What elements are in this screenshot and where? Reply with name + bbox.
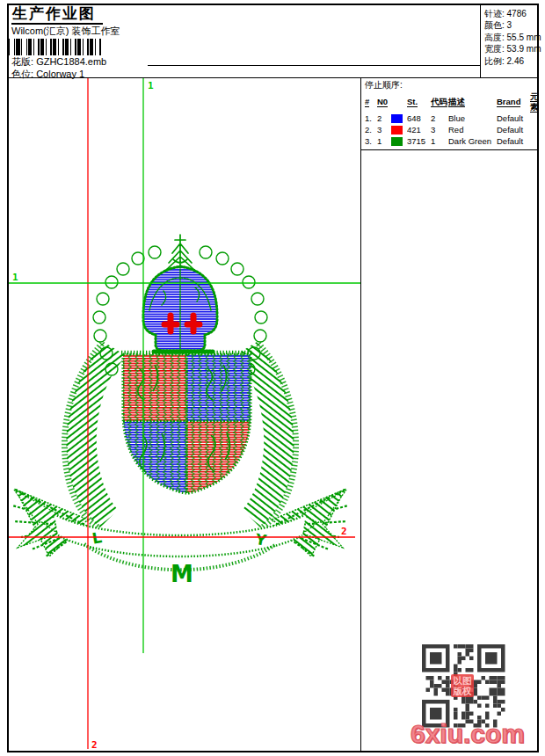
right-panel: 停止顺序: # N0 St. 代码 描述 Brand 元素 — [360, 78, 537, 751]
thread-color-swatch — [391, 137, 403, 146]
stop-sequence-title: 停止顺序: — [365, 80, 536, 91]
stat-colors: 颜色: 3 — [484, 19, 537, 31]
blank-fill-line — [148, 65, 481, 66]
pattern-value: GZHC1884.emb — [36, 56, 106, 67]
design-preview-area: L Y M 1 1 2 2 — [9, 78, 360, 751]
design-stats-panel: 针迹: 4786 颜色: 3 高度: 55.5 mm 宽度: 53.9 mm 比… — [480, 5, 537, 77]
guide-start-label-left: 1 — [12, 272, 18, 283]
crest-ribbon: L Y M — [14, 490, 346, 587]
worksheet-body: L Y M 1 1 2 2 停止顺序: — [9, 78, 537, 751]
table-row: 2. 3 421 3 Red Default — [365, 124, 537, 135]
design-info-block: 生产作业图 Wilcom(汇京) 装饰工作室 花版: GZHC1884.emb … — [9, 5, 130, 80]
thread-color-swatch — [391, 126, 403, 134]
stat-scale: 比例: 2.46 — [484, 55, 537, 67]
stat-stitches: 针迹: 4786 — [484, 8, 537, 19]
thread-color-swatch — [391, 114, 403, 123]
stat-height: 高度: 55.5 mm — [484, 32, 537, 43]
page-title: 生产作业图 — [11, 6, 103, 25]
barcode — [9, 39, 130, 55]
pattern-label: 花版: — [11, 56, 33, 67]
table-row: 3. 1 3715 1 Dark Green Default — [365, 135, 537, 147]
worksheet-page: 生产作业图 Wilcom(汇京) 装饰工作室 花版: GZHC1884.emb … — [7, 4, 539, 752]
pattern-line: 花版: GZHC1884.emb — [11, 56, 130, 68]
qr-code: 以图版权 — [422, 644, 505, 728]
guide-end-label-right: 2 — [341, 526, 347, 537]
copyright-seal: 以图版权 — [451, 674, 474, 697]
company-name: Wilcom(汇京) 装饰工作室 — [11, 25, 130, 37]
guide-start-label-top: 1 — [148, 80, 154, 91]
stat-width: 宽度: 53.9 mm — [484, 43, 537, 55]
stop-sequence-header-row: # N0 St. 代码 描述 Brand 元素 — [365, 91, 537, 113]
table-row: 1. 2 648 2 Blue Default — [365, 113, 537, 124]
crest-shield — [121, 353, 252, 493]
ribbon-letter-center: M — [171, 561, 193, 587]
worksheet-header: 生产作业图 Wilcom(汇京) 装饰工作室 花版: GZHC1884.emb … — [9, 5, 537, 78]
watermark-site: 6xiu.com — [411, 719, 525, 749]
guide-end-label-bottom: 2 — [91, 739, 98, 750]
stop-sequence-table: # N0 St. 代码 描述 Brand 元素 1. 2 648 — [365, 91, 537, 147]
embroidery-design-canvas: L Y M 1 1 2 2 — [9, 78, 360, 750]
stop-sequence-block: 停止顺序: # N0 St. 代码 描述 Brand 元素 — [361, 78, 537, 150]
